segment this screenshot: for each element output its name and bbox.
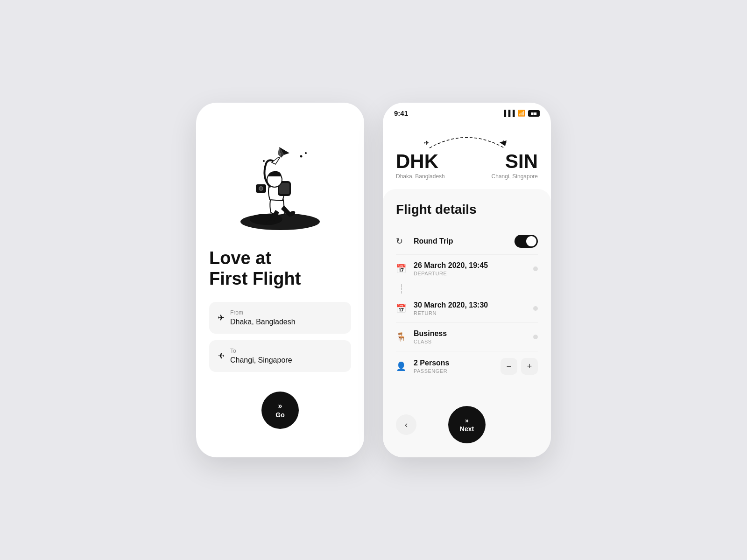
to-field[interactable]: ✈ To Changi, Singapore (209, 340, 351, 372)
departure-plane-icon: ✈ (218, 313, 225, 323)
go-label: Go (275, 411, 284, 419)
status-bar: 9:41 ▐▐▐ 📶 ■■ (383, 103, 551, 121)
origin-name: Dhaka, Bangladesh (396, 173, 445, 180)
next-chevrons: » (465, 417, 469, 424)
return-icon: 📅 (396, 303, 407, 314)
illustration-area (209, 121, 351, 233)
increase-passengers-button[interactable]: + (521, 358, 538, 375)
go-chevrons: » (278, 402, 282, 410)
svg-point-9 (263, 160, 265, 162)
departure-dot (533, 266, 538, 271)
decrease-passengers-button[interactable]: − (500, 358, 517, 375)
passengers-row: 👤 2 Persons PASSENGER − + (396, 351, 538, 381)
battery-icon: ■■ (528, 110, 540, 117)
wifi-icon: 📶 (518, 110, 525, 117)
departure-date: 26 March 2020, 19:45 (414, 261, 527, 270)
svg-point-7 (300, 155, 303, 158)
class-row[interactable]: 🪑 Business CLASS (396, 323, 538, 351)
origin-city: DHK Dhaka, Bangladesh (396, 152, 445, 180)
status-time: 9:41 (394, 109, 408, 117)
origin-code: DHK (396, 152, 445, 171)
svg-rect-5 (279, 183, 289, 194)
status-icons: ▐▐▐ 📶 ■■ (502, 110, 540, 117)
next-label: Next (460, 425, 474, 433)
return-date: 30 March 2020, 13:30 (414, 301, 527, 309)
dest-city: SIN Changi, Singapore (492, 152, 538, 180)
route-arc-svg: ✈ ✈ (420, 125, 514, 153)
class-label: CLASS (414, 339, 527, 344)
round-trip-toggle[interactable] (514, 235, 538, 248)
date-connector (401, 284, 402, 294)
from-field[interactable]: ✈ From Dhaka, Bangladesh (209, 302, 351, 334)
passengers-stepper: − + (500, 358, 538, 375)
return-dot (533, 306, 538, 311)
departure-label: DEPARTURE (414, 271, 527, 276)
svg-point-8 (305, 152, 307, 154)
go-button[interactable]: » Go (261, 392, 299, 429)
next-button[interactable]: » Next (448, 406, 486, 443)
to-value: Changi, Singapore (230, 356, 292, 364)
signal-icon: ▐▐▐ (502, 110, 515, 117)
arrival-plane-icon: ✈ (218, 351, 225, 361)
dest-name: Changi, Singapore (492, 173, 538, 180)
class-icon: 🪑 (396, 332, 407, 342)
round-trip-icon: ↻ (396, 236, 407, 246)
departure-row[interactable]: 📅 26 March 2020, 19:45 DEPARTURE (396, 255, 538, 283)
passengers-icon: 👤 (396, 361, 407, 371)
left-phone: Love at First Flight ✈ From Dhaka, Bangl… (196, 103, 364, 457)
round-trip-row[interactable]: ↻ Round Trip (396, 228, 538, 255)
right-phone: 9:41 ▐▐▐ 📶 ■■ ✈ ✈ DHK Dhaka, Bangladesh (383, 103, 551, 457)
back-button[interactable]: ‹ (396, 414, 416, 435)
class-dot (533, 335, 538, 339)
details-title: Flight details (396, 202, 538, 217)
hero-illustration (229, 131, 331, 233)
class-value: Business (414, 329, 527, 338)
passengers-label: PASSENGER (414, 368, 494, 374)
svg-point-2 (266, 220, 275, 225)
return-label: RETURN (414, 310, 527, 316)
passengers-value: 2 Persons (414, 359, 494, 367)
route-header: ✈ ✈ DHK Dhaka, Bangladesh SIN Changi, Si… (383, 121, 551, 189)
from-label: From (230, 309, 296, 316)
round-trip-label: Round Trip (414, 237, 508, 245)
svg-text:✈: ✈ (424, 139, 430, 147)
back-chevron: ‹ (405, 420, 408, 430)
return-row[interactable]: 📅 30 March 2020, 13:30 RETURN (396, 294, 538, 323)
to-label: To (230, 348, 292, 354)
dest-code: SIN (492, 152, 538, 171)
departure-icon: 📅 (396, 264, 407, 274)
from-value: Dhaka, Bangladesh (230, 318, 296, 326)
hero-title: Love at First Flight (209, 248, 351, 289)
svg-point-12 (260, 187, 262, 190)
